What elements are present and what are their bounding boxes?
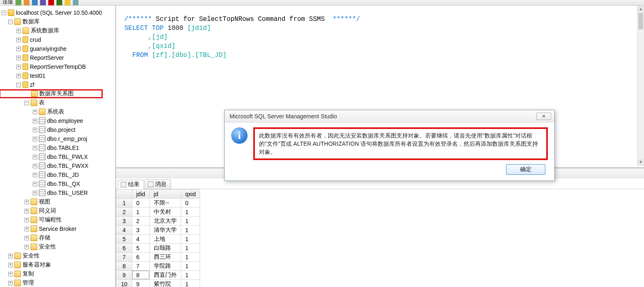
table-node[interactable]: +dbo.TBL_USER	[0, 188, 115, 197]
table-node[interactable]: +dbo.TBL_JD	[0, 170, 115, 179]
column-header[interactable]: jd	[149, 190, 181, 199]
results-grid[interactable]: jdidjdqxid 10不限--021中关村132北京大学143清华大学154…	[116, 189, 200, 287]
table-row[interactable]: 87学院路1	[117, 262, 200, 271]
toolbar-icon[interactable]	[56, 0, 62, 5]
grid-cell[interactable]: 中关村	[149, 208, 181, 217]
database-diagrams-node[interactable]: + 数据库关系图	[0, 89, 103, 98]
column-header[interactable]: jdid	[132, 190, 150, 199]
dialog-close-button[interactable]: ✕	[536, 113, 551, 120]
rownum-cell[interactable]: 8	[117, 262, 132, 271]
toolbar-icon[interactable]	[16, 0, 21, 5]
grid-cell[interactable]: 紫竹院	[149, 280, 181, 287]
db-node[interactable]: +ReportServer	[0, 53, 115, 62]
grid-cell[interactable]: 白颐路	[149, 244, 181, 253]
rownum-cell[interactable]: 10	[117, 280, 132, 287]
programmability-folder[interactable]: +可编程性	[0, 215, 115, 224]
table-row[interactable]: 10不限--0	[117, 199, 200, 208]
rownum-cell[interactable]: 5	[117, 235, 132, 244]
grid-cell[interactable]: 1	[181, 280, 200, 287]
grid-cell[interactable]: 7	[132, 262, 150, 271]
grid-cell[interactable]: 4	[132, 235, 150, 244]
grid-cell[interactable]: 西三环	[149, 253, 181, 262]
grid-cell[interactable]: 5	[132, 244, 150, 253]
grid-cell[interactable]: 0	[132, 199, 150, 208]
db-zf-node[interactable]: − zf	[0, 80, 115, 89]
tab-messages[interactable]: 消息	[145, 179, 171, 189]
grid-cell[interactable]: 1	[181, 262, 200, 271]
grid-cell[interactable]: 清华大学	[149, 226, 181, 235]
grid-cell[interactable]: 学院路	[149, 262, 181, 271]
security-folder[interactable]: + 安全性	[0, 251, 115, 260]
rownum-cell[interactable]: 4	[117, 226, 132, 235]
grid-cell[interactable]: 8	[132, 271, 150, 280]
system-databases-folder[interactable]: + 系统数据库	[0, 26, 115, 35]
views-folder[interactable]: +视图	[0, 197, 115, 206]
table-row[interactable]: 109紫竹院1	[117, 280, 200, 287]
table-node[interactable]: +dbo.TABLE1	[0, 143, 115, 152]
dialog-titlebar[interactable]: Microsoft SQL Server Management Studio ✕	[225, 110, 554, 122]
grid-cell[interactable]: 3	[132, 226, 150, 235]
rownum-cell[interactable]: 6	[117, 244, 132, 253]
table-row[interactable]: 54上地1	[117, 235, 200, 244]
grid-cell[interactable]: 2	[132, 217, 150, 226]
toolbar-icon[interactable]	[73, 0, 79, 5]
tab-results[interactable]: 结果	[118, 180, 144, 189]
table-node[interactable]: +dbo.r_emp_proj	[0, 134, 115, 143]
rownum-cell[interactable]: 3	[117, 217, 132, 226]
rownum-cell[interactable]: 7	[117, 253, 132, 262]
server-objects-folder[interactable]: + 服务器对象	[0, 260, 115, 269]
table-row[interactable]: 32北京大学1	[117, 217, 200, 226]
scroll-thumb[interactable]	[638, 13, 643, 29]
table-row[interactable]: 65白颐路1	[117, 244, 200, 253]
tables-folder[interactable]: − 表	[0, 98, 115, 107]
rownum-cell[interactable]: 1	[117, 199, 132, 208]
replication-folder[interactable]: + 复制	[0, 269, 115, 278]
toolbar-icon[interactable]	[32, 0, 38, 5]
db-node[interactable]: +guanxiyingshe	[0, 44, 115, 53]
grid-cell[interactable]: 上地	[149, 235, 181, 244]
table-node[interactable]: +dbo.TBL_FWXX	[0, 161, 115, 170]
grid-cell[interactable]: 不限--	[149, 199, 181, 208]
grid-cell[interactable]: 0	[181, 199, 200, 208]
toolbar-icon[interactable]	[24, 0, 29, 5]
table-node[interactable]: +dbo.project	[0, 125, 115, 134]
table-row[interactable]: 21中关村1	[117, 208, 200, 217]
editor-scrollbar[interactable]: ▲ ▼	[637, 6, 644, 166]
storage-folder[interactable]: +存储	[0, 233, 115, 242]
system-tables-folder[interactable]: + 系统表	[0, 107, 115, 116]
db-node[interactable]: +ReportServerTempDB	[0, 62, 115, 71]
table-row[interactable]: 43清华大学1	[117, 226, 200, 235]
column-header[interactable]: qxid	[181, 190, 200, 199]
scroll-up-icon[interactable]: ▲	[637, 6, 644, 13]
rownum-cell[interactable]: 2	[117, 208, 132, 217]
table-node[interactable]: +dbo.employee	[0, 116, 115, 125]
synonyms-folder[interactable]: +同义词	[0, 206, 115, 215]
toolbar-icon[interactable]	[40, 0, 46, 5]
service-broker-folder[interactable]: +Service Broker	[0, 224, 115, 233]
table-row[interactable]: 98西直门外1	[117, 271, 200, 280]
security-folder[interactable]: +安全性	[0, 242, 115, 251]
grid-cell[interactable]: 9	[132, 280, 150, 287]
table-node[interactable]: +dbo.TBL_QX	[0, 179, 115, 188]
table-row[interactable]: 76西三环1	[117, 253, 200, 262]
grid-cell[interactable]: 1	[181, 226, 200, 235]
object-explorer-tree[interactable]: − localhost (SQL Server 10.50.4000 − 数据库…	[0, 6, 116, 287]
toolbar-icon[interactable]	[65, 0, 70, 5]
databases-folder[interactable]: − 数据库	[0, 17, 115, 26]
dialog-ok-button[interactable]: 确定	[506, 164, 545, 175]
grid-cell[interactable]: 北京大学	[149, 217, 181, 226]
grid-cell[interactable]: 1	[181, 244, 200, 253]
grid-cell[interactable]: 西直门外	[149, 271, 181, 280]
grid-cell[interactable]: 1	[181, 217, 200, 226]
db-node[interactable]: +crud	[0, 35, 115, 44]
db-node[interactable]: +test01	[0, 71, 115, 80]
grid-cell[interactable]: 1	[181, 253, 200, 262]
server-node[interactable]: − localhost (SQL Server 10.50.4000	[0, 8, 115, 17]
scroll-down-icon[interactable]: ▼	[637, 159, 644, 166]
rownum-cell[interactable]: 9	[117, 271, 132, 280]
grid-cell[interactable]: 1	[181, 271, 200, 280]
management-folder[interactable]: + 管理	[0, 278, 115, 287]
results-grid-wrapper[interactable]: jdidjdqxid 10不限--021中关村132北京大学143清华大学154…	[116, 189, 644, 287]
grid-cell[interactable]: 1	[181, 208, 200, 217]
toolbar-icon[interactable]	[48, 0, 54, 5]
